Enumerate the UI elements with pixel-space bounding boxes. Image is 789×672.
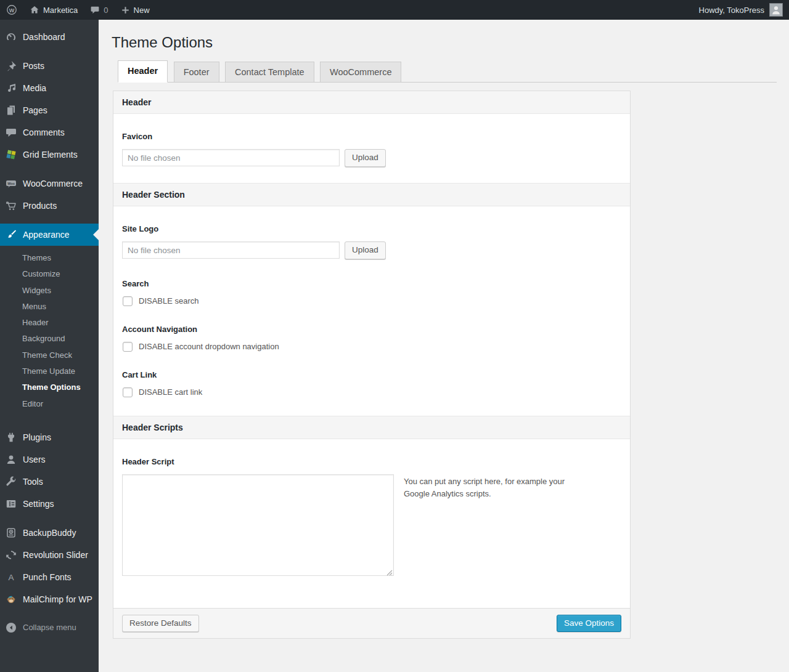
- sidebar-item-users[interactable]: Users: [0, 448, 99, 471]
- sidebar-item-revolution-slider[interactable]: Revolution Slider: [0, 544, 99, 566]
- collapse-menu-button[interactable]: Collapse menu: [0, 617, 99, 639]
- sidebar-item-label: Pages: [23, 105, 47, 115]
- section-header: Header Scripts: [113, 416, 630, 439]
- comments-shortcut[interactable]: 0: [84, 0, 114, 20]
- sidebar-item-label: Comments: [23, 128, 65, 137]
- header-script-textarea[interactable]: [122, 474, 394, 576]
- sidebar-item-appearance[interactable]: Appearance: [0, 224, 99, 246]
- sidebar-item-backupbuddy[interactable]: BackupBuddy: [0, 522, 99, 544]
- pages-icon: [5, 104, 17, 116]
- favicon-upload-button[interactable]: Upload: [345, 149, 386, 167]
- sidebar-item-label: BackupBuddy: [23, 528, 76, 538]
- comment-bubble-icon: [90, 5, 100, 15]
- comments-icon: [5, 126, 17, 139]
- media-icon: [5, 82, 17, 94]
- sidebar-item-label: Revolution Slider: [23, 550, 88, 560]
- sidebar-item-dashboard[interactable]: Dashboard: [0, 26, 99, 48]
- sidebar-item-theme-check[interactable]: Theme Check: [0, 347, 99, 363]
- sidebar-item-customize[interactable]: Customize: [0, 266, 99, 282]
- cart-icon: [5, 200, 17, 212]
- page-title: Theme Options: [112, 34, 777, 52]
- pushpin-icon: [5, 60, 17, 72]
- disable-account-nav-label: DISABLE account dropdown navigation: [139, 342, 279, 351]
- sidebar-item-punch-fonts[interactable]: A Punch Fonts: [0, 566, 99, 588]
- sidebar-item-menus[interactable]: Menus: [0, 299, 99, 315]
- sidebar-item-label: Settings: [23, 499, 54, 509]
- new-label: New: [134, 6, 150, 15]
- site-logo-upload-button[interactable]: Upload: [345, 241, 386, 259]
- theme-options-tabs: Header Footer Contact Template WooCommer…: [118, 60, 777, 83]
- plus-icon: [121, 6, 130, 15]
- search-label: Search: [122, 279, 621, 288]
- sidebar-item-theme-options[interactable]: Theme Options: [0, 379, 99, 395]
- sidebar-item-woocommerce[interactable]: Woo WooCommerce: [0, 172, 99, 195]
- sidebar-item-label: Products: [23, 201, 57, 211]
- home-icon: [30, 5, 39, 15]
- svg-text:A: A: [8, 573, 14, 582]
- site-name-link[interactable]: Marketica: [23, 0, 84, 20]
- sidebar-item-tools[interactable]: Tools: [0, 471, 99, 493]
- appearance-submenu: Themes Customize Widgets Menus Header Ba…: [0, 246, 99, 419]
- sidebar-item-plugins[interactable]: Plugins: [0, 426, 99, 448]
- sidebar-item-comments[interactable]: Comments: [0, 121, 99, 144]
- grid-elements-icon: [5, 148, 17, 161]
- sidebar-item-widgets[interactable]: Widgets: [0, 283, 99, 299]
- sidebar-item-settings[interactable]: Settings: [0, 493, 99, 515]
- sidebar-item-label: Punch Fonts: [23, 572, 72, 582]
- sidebar-item-themes[interactable]: Themes: [0, 250, 99, 266]
- mailchimp-icon: [5, 593, 17, 605]
- tab-header[interactable]: Header: [118, 60, 168, 83]
- avatar: [769, 3, 783, 17]
- svg-text:W: W: [9, 7, 15, 14]
- favicon-file-input[interactable]: [122, 149, 340, 166]
- disable-account-nav-checkbox[interactable]: [123, 342, 133, 352]
- tab-contact-template[interactable]: Contact Template: [225, 62, 314, 83]
- sidebar-item-editor[interactable]: Editor: [0, 396, 99, 412]
- site-logo-file-input[interactable]: [122, 241, 340, 259]
- tab-footer[interactable]: Footer: [174, 62, 219, 83]
- account-navigation-label: Account Navigation: [122, 325, 621, 334]
- cart-link-label: Cart Link: [122, 370, 621, 379]
- sidebar-item-mailchimp[interactable]: MailChimp for WP: [0, 588, 99, 610]
- plugin-icon: [5, 431, 17, 443]
- settings-icon: [5, 498, 17, 510]
- woocommerce-icon: Woo: [5, 177, 17, 190]
- new-content-button[interactable]: New: [115, 0, 156, 20]
- backupbuddy-icon: [5, 527, 17, 539]
- account-menu[interactable]: Howdy, TokoPress: [693, 0, 789, 20]
- header-script-label: Header Script: [122, 457, 621, 466]
- sidebar-item-grid-elements[interactable]: Grid Elements: [0, 144, 99, 166]
- search-checkbox-row: DISABLE search: [123, 296, 621, 306]
- sidebar-item-background[interactable]: Background: [0, 331, 99, 347]
- theme-options-panel: Header Favicon Upload Header Section Sit…: [113, 91, 631, 639]
- sidebar-item-theme-update[interactable]: Theme Update: [0, 363, 99, 379]
- restore-defaults-button[interactable]: Restore Defaults: [122, 615, 199, 633]
- tools-icon: [5, 476, 17, 488]
- admin-menu: Dashboard Posts Media Pages Comments: [0, 26, 99, 639]
- sidebar-item-header[interactable]: Header: [0, 315, 99, 331]
- sidebar-item-posts[interactable]: Posts: [0, 55, 99, 77]
- punch-fonts-icon: A: [5, 571, 17, 583]
- disable-cart-link-label: DISABLE cart link: [139, 387, 202, 397]
- admin-bar-left: W Marketica 0 New: [0, 0, 156, 20]
- dashboard-icon: [5, 31, 17, 43]
- svg-text:Woo: Woo: [7, 182, 15, 185]
- site-logo-row: Upload: [122, 241, 621, 259]
- main-content: Theme Options Header Footer Contact Temp…: [99, 20, 789, 672]
- revolution-slider-icon: [5, 549, 17, 561]
- sidebar-item-label: Posts: [23, 61, 44, 71]
- sidebar-item-label: MailChimp for WP: [23, 594, 92, 604]
- sidebar-item-label: Media: [23, 83, 46, 93]
- sidebar-item-media[interactable]: Media: [0, 77, 99, 99]
- sidebar-item-label: Plugins: [23, 432, 51, 442]
- sidebar-item-products[interactable]: Products: [0, 195, 99, 217]
- header-script-help: You can put any script here, for example…: [404, 474, 592, 578]
- sidebar-item-label: Grid Elements: [23, 150, 78, 160]
- disable-search-checkbox[interactable]: [123, 296, 133, 306]
- sidebar-item-pages[interactable]: Pages: [0, 99, 99, 121]
- tab-woocommerce[interactable]: WooCommerce: [320, 62, 401, 83]
- sidebar-item-label: Collapse menu: [23, 623, 76, 632]
- save-options-button[interactable]: Save Options: [557, 615, 621, 633]
- disable-cart-link-checkbox[interactable]: [123, 387, 133, 397]
- wordpress-logo-menu[interactable]: W: [0, 0, 23, 20]
